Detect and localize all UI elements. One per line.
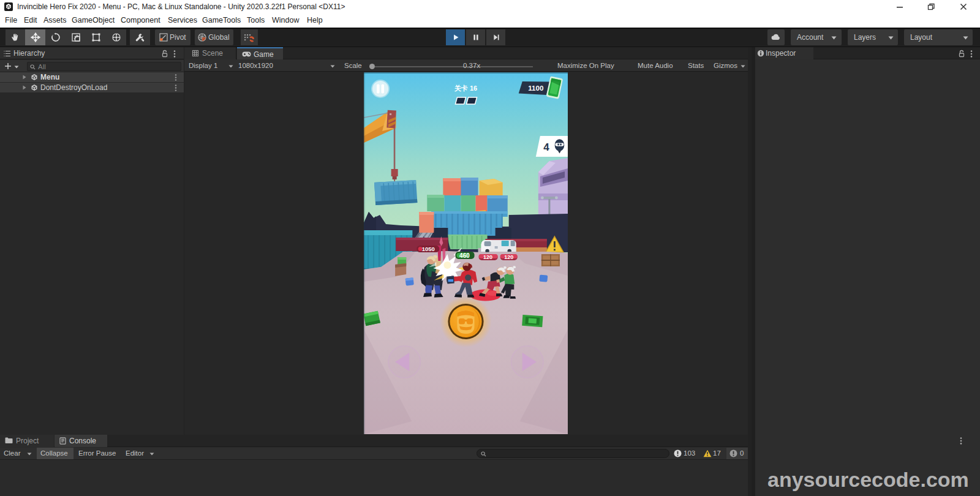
svg-text:120: 120 [504, 254, 513, 260]
svg-text:4: 4 [543, 141, 549, 153]
svg-text:1050: 1050 [422, 246, 435, 252]
svg-text:1100: 1100 [528, 85, 543, 92]
svg-text:460: 460 [459, 252, 470, 259]
svg-text:关卡 16: 关卡 16 [454, 85, 477, 92]
svg-text:120: 120 [483, 254, 492, 260]
